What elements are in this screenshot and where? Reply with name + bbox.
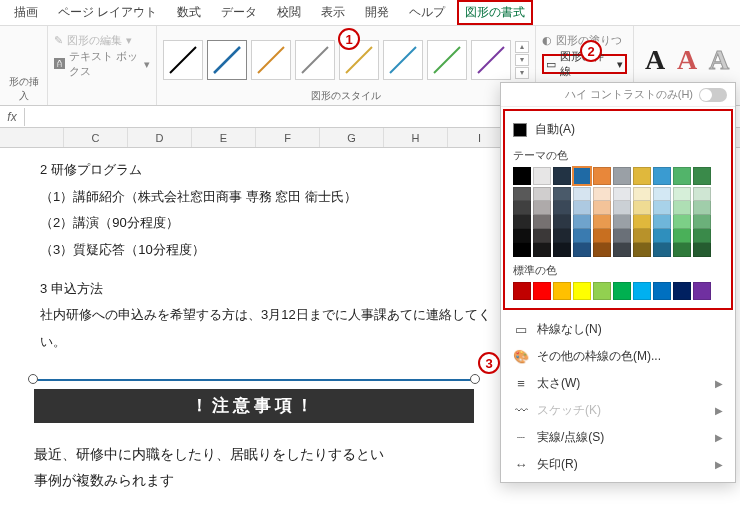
color-swatch[interactable] [613,229,631,243]
color-swatch[interactable] [533,243,551,257]
color-swatch[interactable] [613,167,631,185]
tab-developer[interactable]: 開発 [357,0,397,25]
col-header[interactable] [0,128,64,147]
color-swatch[interactable] [593,282,611,300]
tab-review[interactable]: 校閲 [269,0,309,25]
wordart-style-1[interactable]: A [672,44,702,76]
tab-view[interactable]: 表示 [313,0,353,25]
color-swatch[interactable] [553,201,571,215]
color-swatch[interactable] [513,282,531,300]
color-swatch[interactable] [573,187,591,201]
tab-shape-format[interactable]: 図形の書式 [457,0,533,25]
color-swatch[interactable] [573,243,591,257]
color-swatch[interactable] [633,229,651,243]
style-swatch-7[interactable] [471,40,511,80]
color-swatch[interactable] [693,229,711,243]
color-swatch[interactable] [653,229,671,243]
color-swatch[interactable] [513,229,531,243]
fx-label[interactable]: fx [0,110,24,124]
col-header[interactable]: C [64,128,128,147]
color-swatch[interactable] [553,215,571,229]
color-swatch[interactable] [673,167,691,185]
dashes-item[interactable]: ┈実線/点線(S)▶ [501,424,735,451]
color-swatch[interactable] [533,229,551,243]
color-swatch[interactable] [693,167,711,185]
color-swatch[interactable] [673,201,691,215]
high-contrast-toggle[interactable] [699,88,727,102]
color-swatch[interactable] [653,282,671,300]
color-swatch[interactable] [613,201,631,215]
color-swatch[interactable] [553,167,571,185]
tab-draw[interactable]: 描画 [6,0,46,25]
color-swatch[interactable] [653,167,671,185]
color-swatch[interactable] [593,229,611,243]
selected-line-shape[interactable] [34,379,474,381]
no-outline-item[interactable]: ▭枠線なし(N) [501,316,735,343]
wordart-style-0[interactable]: A [640,44,670,76]
color-swatch[interactable] [573,229,591,243]
arrows-item[interactable]: ↔矢印(R)▶ [501,451,735,478]
col-header[interactable]: F [256,128,320,147]
resize-handle-right[interactable] [470,374,480,384]
color-swatch[interactable] [653,201,671,215]
color-swatch[interactable] [553,282,571,300]
more-colors-item[interactable]: 🎨その他の枠線の色(M)... [501,343,735,370]
color-swatch[interactable] [613,187,631,201]
color-swatch[interactable] [633,167,651,185]
color-swatch[interactable] [593,215,611,229]
col-header[interactable]: H [384,128,448,147]
wordart-style-2[interactable]: A [704,44,734,76]
text-box-button[interactable]: 🅰テキスト ボックス▾ [54,54,150,74]
tab-data[interactable]: データ [213,0,265,25]
color-swatch[interactable] [573,167,591,185]
color-swatch[interactable] [513,215,531,229]
color-swatch[interactable] [593,201,611,215]
color-swatch[interactable] [593,167,611,185]
color-swatch[interactable] [513,243,531,257]
color-swatch[interactable] [693,201,711,215]
color-swatch[interactable] [613,215,631,229]
style-swatch-5[interactable] [383,40,423,80]
resize-handle-left[interactable] [28,374,38,384]
style-swatch-6[interactable] [427,40,467,80]
color-swatch[interactable] [633,282,651,300]
color-swatch[interactable] [653,187,671,201]
color-swatch[interactable] [553,187,571,201]
color-swatch[interactable] [653,243,671,257]
color-swatch[interactable] [673,229,691,243]
color-swatch[interactable] [693,243,711,257]
style-swatch-1[interactable] [207,40,247,80]
color-swatch[interactable] [633,187,651,201]
color-swatch[interactable] [633,201,651,215]
color-swatch[interactable] [513,167,531,185]
color-swatch[interactable] [593,187,611,201]
col-header[interactable]: E [192,128,256,147]
color-swatch[interactable] [533,282,551,300]
color-swatch[interactable] [593,243,611,257]
color-swatch[interactable] [573,215,591,229]
tab-page-layout[interactable]: ページ レイアウト [50,0,165,25]
color-swatch[interactable] [553,243,571,257]
color-swatch[interactable] [533,201,551,215]
color-swatch[interactable] [673,215,691,229]
tab-help[interactable]: ヘルプ [401,0,453,25]
banner-shape[interactable]: ！注意事項！ [34,389,474,423]
color-swatch[interactable] [613,282,631,300]
color-swatch[interactable] [673,243,691,257]
color-swatch[interactable] [673,282,691,300]
color-swatch[interactable] [533,187,551,201]
color-swatch[interactable] [533,167,551,185]
color-swatch[interactable] [633,215,651,229]
color-swatch[interactable] [693,215,711,229]
color-swatch[interactable] [653,215,671,229]
color-swatch[interactable] [513,187,531,201]
style-swatch-2[interactable] [251,40,291,80]
auto-color-row[interactable]: 自動(A) [513,117,723,142]
color-swatch[interactable] [693,187,711,201]
color-swatch[interactable] [613,243,631,257]
color-swatch[interactable] [573,282,591,300]
gallery-scroll[interactable]: ▴▾▾ [515,41,529,79]
color-swatch[interactable] [533,215,551,229]
col-header[interactable]: G [320,128,384,147]
color-swatch[interactable] [693,282,711,300]
